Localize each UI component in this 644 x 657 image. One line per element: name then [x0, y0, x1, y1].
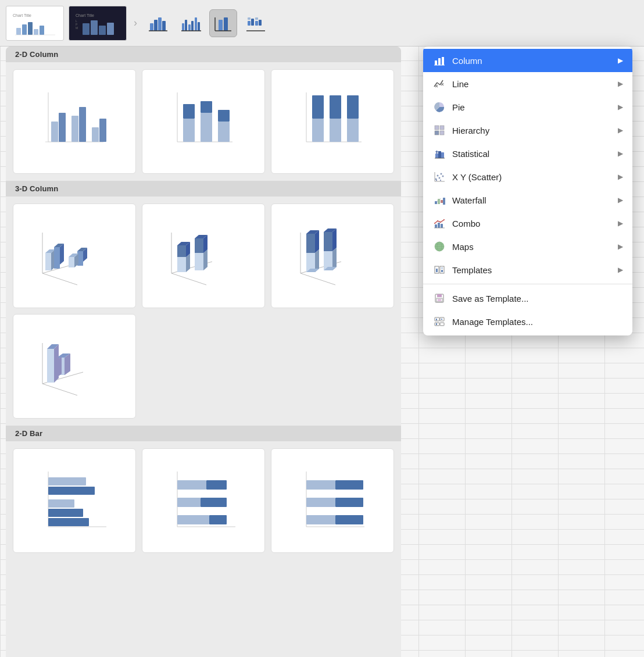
svg-rect-176: [435, 201, 437, 204]
toolbar-chart-type-3[interactable]: [209, 9, 237, 37]
save-template-icon: [432, 291, 446, 305]
svg-rect-62: [347, 95, 359, 119]
menu-item-statistical[interactable]: Statistical ▶: [423, 142, 632, 165]
svg-rect-22: [188, 24, 191, 31]
svg-rect-128: [48, 509, 83, 517]
svg-text:Chart Title: Chart Title: [76, 13, 94, 17]
svg-rect-159: [435, 131, 439, 135]
svg-rect-24: [195, 17, 197, 31]
svg-marker-71: [60, 244, 64, 265]
menu-item-templates-arrow: ▶: [618, 266, 623, 274]
svg-rect-163: [441, 152, 444, 158]
chart-item-2d-bar-stacked100[interactable]: [271, 448, 394, 553]
svg-rect-178: [441, 200, 443, 203]
svg-rect-58: [312, 95, 324, 119]
svg-rect-210: [440, 323, 444, 326]
menu-item-column[interactable]: Column ▶: [423, 49, 632, 72]
toolbar-chart-type-1[interactable]: [144, 9, 172, 37]
svg-rect-134: [177, 498, 201, 507]
svg-rect-142: [306, 498, 335, 507]
menu-item-combo[interactable]: Combo ▶: [423, 212, 632, 235]
scatter-chart-icon: [432, 170, 446, 184]
section-2d-bar: 2-D Bar: [6, 426, 401, 441]
svg-line-108: [42, 384, 77, 395]
svg-rect-11: [83, 23, 90, 35]
svg-rect-1: [16, 28, 21, 35]
toolbar-chart-type-4[interactable]: [242, 9, 270, 37]
svg-marker-97: [306, 234, 315, 253]
svg-rect-146: [435, 60, 437, 65]
svg-rect-184: [441, 224, 443, 228]
svg-rect-40: [51, 122, 58, 142]
svg-rect-205: [436, 319, 437, 320]
toolbar: Chart Title Chart Title L P M ›: [0, 0, 644, 47]
svg-rect-126: [48, 487, 95, 495]
hierarchy-chart-icon: [432, 123, 446, 137]
menu-item-save-template-label: Save as Template...: [452, 294, 623, 303]
chart-item-2d-stacked[interactable]: [142, 69, 265, 174]
svg-rect-157: [435, 126, 439, 130]
svg-rect-12: [91, 20, 98, 35]
menu-item-xy-scatter[interactable]: X Y (Scatter) ▶: [423, 165, 632, 188]
svg-rect-60: [330, 95, 341, 119]
svg-rect-182: [435, 224, 437, 228]
svg-rect-144: [306, 515, 335, 524]
menu-item-pie[interactable]: Pie ▶: [423, 95, 632, 119]
chart-item-3d-perspective[interactable]: [13, 314, 136, 419]
menu-item-save-template[interactable]: Save as Template...: [423, 287, 632, 310]
svg-rect-59: [330, 119, 341, 142]
chart-item-2d-stacked100[interactable]: [271, 69, 394, 174]
svg-marker-72: [69, 257, 74, 267]
svg-marker-122: [54, 344, 59, 383]
pie-chart-icon: [432, 100, 446, 114]
svg-rect-140: [306, 480, 335, 490]
svg-rect-53: [218, 122, 230, 142]
svg-text:M: M: [76, 26, 78, 30]
chart-item-2d-bar-stacked[interactable]: [142, 448, 265, 553]
svg-rect-203: [438, 299, 441, 301]
svg-marker-81: [177, 257, 186, 272]
svg-rect-148: [442, 57, 444, 65]
svg-rect-132: [177, 480, 206, 490]
svg-rect-161: [435, 153, 438, 158]
svg-rect-196: [436, 269, 438, 272]
menu-item-manage-templates[interactable]: Manage Templates...: [423, 310, 632, 333]
chart-item-2d-bar-clustered[interactable]: [13, 448, 136, 553]
svg-point-188: [443, 219, 445, 220]
toolbar-chart-type-2[interactable]: [177, 9, 205, 37]
svg-rect-51: [201, 113, 212, 142]
menu-item-combo-arrow: ▶: [618, 219, 623, 227]
svg-marker-89: [203, 249, 207, 270]
menu-item-waterfall[interactable]: Waterfall ▶: [423, 188, 632, 212]
svg-rect-129: [48, 518, 89, 526]
menu-item-templates[interactable]: Templates ▶: [423, 258, 632, 281]
menu-item-line[interactable]: Line ▶: [423, 72, 632, 95]
svg-point-187: [440, 222, 441, 223]
chart-item-3d-stacked100[interactable]: [271, 203, 394, 308]
chart-item-2d-clustered[interactable]: [13, 69, 136, 174]
svg-marker-69: [54, 247, 60, 269]
svg-point-173: [440, 180, 441, 181]
menu-item-column-arrow: ▶: [618, 56, 623, 65]
svg-point-171: [442, 176, 444, 177]
menu-item-maps[interactable]: Maps ▶: [423, 235, 632, 258]
svg-rect-125: [48, 477, 86, 485]
svg-rect-27: [219, 20, 223, 31]
menu-item-statistical-label: Statistical: [452, 149, 612, 159]
svg-rect-23: [191, 21, 194, 31]
3d-column-grid: [6, 197, 401, 426]
chart-item-3d-clustered[interactable]: [13, 203, 136, 308]
svg-line-151: [437, 83, 440, 85]
svg-marker-87: [195, 253, 203, 270]
menu-item-hierarchy[interactable]: Hierarchy ▶: [423, 119, 632, 142]
chart-preview-1[interactable]: Chart Title: [6, 6, 64, 41]
chart-item-3d-stacked[interactable]: [142, 203, 265, 308]
svg-text:Chart Title: Chart Title: [13, 13, 31, 17]
svg-rect-43: [79, 107, 86, 142]
svg-line-78: [171, 273, 206, 285]
svg-rect-16: [154, 20, 158, 31]
svg-rect-32: [248, 17, 251, 20]
menu-item-templates-label: Templates: [452, 265, 612, 275]
svg-marker-66: [45, 253, 51, 270]
chart-preview-2[interactable]: Chart Title L P M: [69, 6, 127, 41]
